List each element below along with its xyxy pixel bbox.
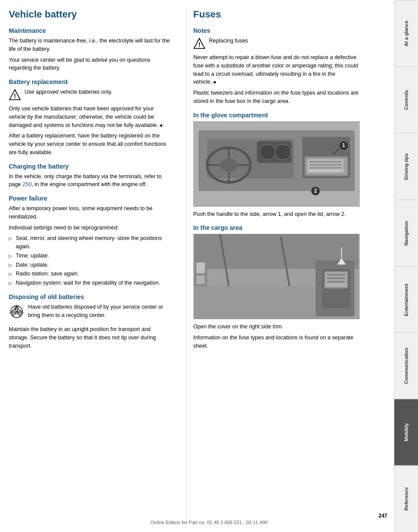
battery-replacement-section: Battery replacement ! Use approved vehic…: [9, 78, 171, 157]
page-number: 247: [379, 513, 387, 519]
svg-text:2: 2: [314, 188, 317, 194]
svg-rect-39: [194, 286, 315, 319]
fuses-notes-p1: Never attempt to repair a blown fuse and…: [193, 53, 360, 86]
bullet-date: Date: update.: [9, 261, 171, 269]
bullet-time: Time: update.: [9, 252, 171, 260]
cargo-area-section: In the cargo area: [193, 224, 360, 350]
recycle-icon: ♻: [9, 304, 25, 320]
recycle-box: ♻ Have old batteries disposed of by your…: [9, 303, 171, 322]
svg-rect-46: [196, 275, 205, 284]
bullet-nav: Navigation system: wait for the operabil…: [9, 279, 171, 287]
sidebar-item-entertainment[interactable]: Entertainment: [394, 266, 418, 333]
sidebar-label-mobility: Mobility: [404, 423, 409, 442]
svg-rect-37: [327, 277, 346, 279]
power-failure-p1: After a temporary power loss, some equip…: [9, 204, 171, 221]
battery-warning-box: ! Use approved vehicle batteries only.: [9, 88, 171, 101]
sidebar-label-reference: Reference: [404, 487, 409, 511]
bullet-radio: Radio station: save again.: [9, 270, 171, 278]
glove-compartment-section: In the glove compartment: [193, 112, 360, 218]
svg-rect-36: [327, 274, 346, 276]
glove-compartment-image: 1 2: [193, 121, 360, 207]
fuses-warning-label: Replacing fuses: [209, 37, 248, 45]
sidebar-label-at-a-glance: At a glance: [404, 21, 409, 46]
svg-text:!: !: [198, 41, 201, 48]
recycle-text: Have old batteries disposed of by your s…: [28, 303, 171, 320]
svg-text:♻: ♻: [15, 310, 18, 314]
charging-heading: Charging the battery: [9, 163, 171, 170]
disposing-section: Disposing of old batteries ♻: [9, 293, 171, 350]
svg-rect-45: [196, 263, 205, 274]
charging-p1: In the vehicle, only charge the battery …: [9, 173, 171, 189]
svg-rect-38: [327, 281, 346, 283]
power-failure-heading: Power failure: [9, 195, 171, 202]
power-failure-section: Power failure After a temporary power lo…: [9, 195, 171, 287]
svg-rect-13: [309, 161, 342, 163]
fuses-notes-p2: Plastic tweezers and information on the …: [193, 89, 360, 106]
page-link-250[interactable]: 250: [22, 181, 32, 187]
sidebar-label-entertainment: Entertainment: [404, 283, 409, 316]
glove-compartment-heading: In the glove compartment: [193, 112, 360, 119]
chapter-sidebar: At a glance Controls Driving tips Naviga…: [394, 0, 418, 532]
right-title: Fuses: [193, 9, 360, 20]
battery-warning-text: Use approved vehicle batteries only.: [25, 88, 113, 96]
battery-replacement-p2: After a battery replacement, have the ba…: [9, 132, 171, 156]
sidebar-item-mobility[interactable]: Mobility: [394, 399, 418, 465]
left-title: Vehicle battery: [9, 9, 171, 20]
svg-point-29: [275, 144, 291, 160]
svg-text:!: !: [14, 92, 16, 99]
fuses-warning-box: ! Replacing fuses: [193, 37, 360, 50]
maintenance-heading: Maintenance: [9, 27, 171, 34]
sidebar-item-communication[interactable]: Communication: [394, 332, 418, 399]
fuses-notes-heading: Notes: [193, 27, 360, 34]
svg-point-22: [220, 158, 237, 172]
power-failure-bullets: Seat, mirror, and steering wheel memory:…: [9, 234, 171, 287]
disposing-heading: Disposing of old batteries: [9, 293, 171, 300]
sidebar-label-driving-tips: Driving tips: [404, 153, 409, 180]
svg-rect-14: [309, 164, 342, 166]
page-footer: Online Edition for Part no. 01 40 2 606 …: [0, 520, 418, 525]
charging-section: Charging the battery In the vehicle, onl…: [9, 163, 171, 189]
sidebar-label-controls: Controls: [404, 90, 409, 110]
disposing-p1: Maintain the battery in an upright posit…: [9, 325, 171, 350]
maintenance-section: Maintenance The battery is maintenance-f…: [9, 27, 171, 72]
column-divider: [186, 9, 187, 523]
sidebar-label-navigation: Navigation: [404, 221, 409, 245]
power-failure-p2: Individual settings need to be reprogram…: [9, 224, 171, 232]
battery-replacement-heading: Battery replacement: [9, 78, 171, 85]
sidebar-item-at-a-glance[interactable]: At a glance: [394, 0, 418, 67]
cargo-area-p1: Open the cover on the right side trim.: [193, 323, 360, 331]
fuses-warning-icon: !: [193, 38, 205, 50]
bullet-seat: Seat, mirror, and steering wheel memory:…: [9, 234, 171, 251]
maintenance-p1: The battery is maintenance-free, i.e., t…: [9, 37, 171, 53]
sidebar-item-controls[interactable]: Controls: [394, 67, 418, 133]
sidebar-item-driving-tips[interactable]: Driving tips: [394, 133, 418, 200]
sidebar-label-communication: Communication: [404, 348, 409, 384]
fuses-notes-section: Notes ! Replacing fuses Never attempt to…: [193, 27, 360, 106]
battery-replacement-p1: Only use vehicle batteries that have bee…: [9, 105, 171, 129]
svg-text:1: 1: [342, 142, 345, 148]
warning-triangle-icon: !: [9, 89, 21, 101]
maintenance-p2: Your service center will be glad to advi…: [9, 56, 171, 73]
glove-compartment-p1: Push the handle to the side, arrow 1, an…: [193, 210, 360, 218]
cargo-area-image: [193, 234, 360, 319]
svg-rect-15: [309, 166, 342, 169]
svg-point-28: [260, 144, 276, 160]
cargo-area-p2: Information on the fuse types and locati…: [193, 334, 360, 350]
sidebar-item-navigation[interactable]: Navigation: [394, 200, 418, 266]
cargo-area-heading: In the cargo area: [193, 224, 360, 231]
